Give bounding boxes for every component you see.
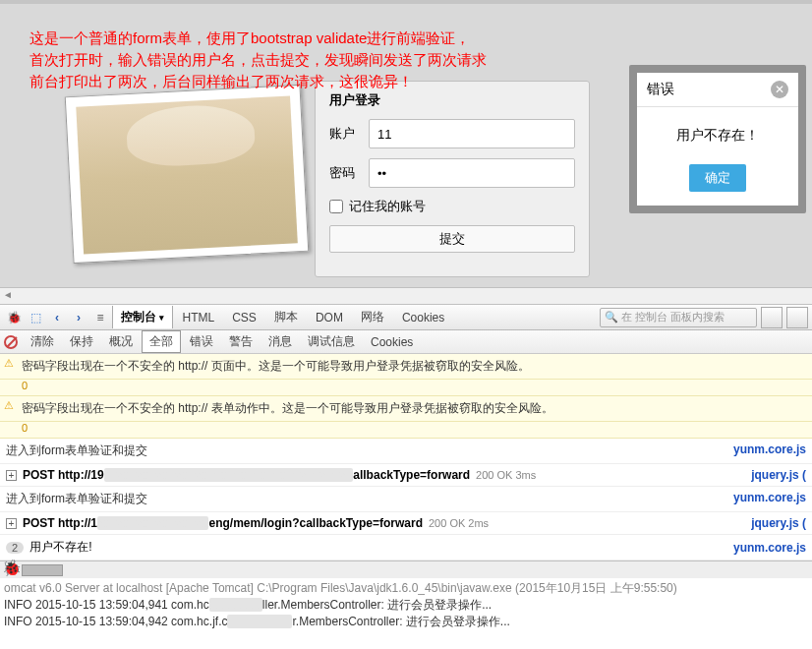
expand-icon[interactable]: + <box>6 470 17 481</box>
filter-warn[interactable]: 警告 <box>222 331 260 352</box>
remember-checkbox[interactable] <box>329 200 343 213</box>
password-label: 密码 <box>329 164 369 182</box>
filter-clear[interactable]: 清除 <box>24 331 61 352</box>
firebug-icon[interactable]: 🐞 <box>4 308 24 327</box>
server-header: omcat v6.0 Server at localhost [Apache T… <box>4 580 808 597</box>
console-log: 进入到form表单验证和提交 yunm.core.js <box>0 487 812 512</box>
server-log-line: INFO 2015-10-15 13:59:04,942 com.hc.jf.c… <box>4 614 808 630</box>
filter-keep[interactable]: 保持 <box>63 331 100 352</box>
filter-all[interactable]: 全部 <box>142 330 181 353</box>
request-status: 200 OK 3ms <box>476 469 536 481</box>
tab-html[interactable]: HTML <box>175 308 223 327</box>
console-warning-count: 0 <box>0 380 812 396</box>
login-form: 用户登录 账户 密码 记住我的账号 提交 <box>315 81 590 277</box>
tab-script[interactable]: 脚本 <box>266 306 306 328</box>
log-source-link[interactable]: yunm.core.js <box>733 491 806 507</box>
annotation-line: 前台打印出了两次，后台同样输出了两次请求，这很诡异！ <box>29 71 487 92</box>
expand-icon[interactable]: + <box>6 518 17 529</box>
console-filter-bar: 清除 保持 概况 全部 错误 警告 消息 调试信息 Cookies <box>0 330 812 354</box>
log-message: 进入到form表单验证和提交 <box>6 491 147 507</box>
account-label: 账户 <box>329 125 369 143</box>
forward-icon[interactable]: › <box>69 308 88 327</box>
clear-icon[interactable] <box>4 335 18 349</box>
tab-cookies[interactable]: Cookies <box>394 308 452 327</box>
inspector-icon[interactable]: ⬚ <box>26 308 45 327</box>
server-log-line: INFO 2015-10-15 13:59:04,941 com.hcxxxxx… <box>4 597 808 614</box>
console-warning: 密码字段出现在一个不安全的 http:// 表单动作中。这是一个可能导致用户登录… <box>0 396 812 422</box>
firebug-icon[interactable]: 🐞 <box>2 559 22 577</box>
devtools-panel: 🐞 ⬚ ‹ › ≡ 控制台 HTML CSS 脚本 DOM 网络 Cookies… <box>0 305 812 560</box>
devtools-toolbar: 🐞 ⬚ ‹ › ≡ 控制台 HTML CSS 脚本 DOM 网络 Cookies… <box>0 305 812 330</box>
console-request: + POST http://1xxxxxxxxxxxxxxxxxeng/mem/… <box>0 512 812 535</box>
filter-cookies[interactable]: Cookies <box>364 333 420 351</box>
account-input[interactable] <box>369 119 575 148</box>
console-output: 密码字段出现在一个不安全的 http:// 页面中。这是一个可能导致用户登录凭据… <box>0 354 812 560</box>
console-grouped-log: 2 用户不存在! yunm.core.js <box>0 535 812 560</box>
dialog-message: 用户不存在！ <box>637 107 798 164</box>
request-source-link[interactable]: jquery.js ( <box>751 516 806 530</box>
filter-error[interactable]: 错误 <box>183 331 220 352</box>
tab-net[interactable]: 网络 <box>353 306 392 328</box>
annotation-line: 这是一个普通的form表单，使用了bootstrap validate进行前端验… <box>29 28 487 49</box>
console-warning: 密码字段出现在一个不安全的 http:// 页面中。这是一个可能导致用户登录凭据… <box>0 354 812 380</box>
horizontal-scrollbar[interactable] <box>0 287 812 305</box>
log-source-link[interactable]: yunm.core.js <box>733 541 806 555</box>
tab-css[interactable]: CSS <box>224 308 264 327</box>
minimize-button[interactable] <box>786 307 808 328</box>
filter-msg[interactable]: 消息 <box>261 331 299 352</box>
request-status: 200 OK 2ms <box>429 517 489 529</box>
password-input[interactable] <box>369 158 575 188</box>
account-row: 账户 <box>329 119 575 148</box>
remember-label: 记住我的账号 <box>349 198 426 215</box>
toggle-icon[interactable]: ≡ <box>90 308 110 327</box>
console-log: 进入到form表单验证和提交 yunm.core.js <box>0 439 812 464</box>
filter-overview[interactable]: 概况 <box>102 331 140 352</box>
close-icon[interactable]: ✕ <box>771 81 788 98</box>
tab-console[interactable]: 控制台 <box>112 306 173 328</box>
password-row: 密码 <box>329 158 575 188</box>
request-url: POST http://19xxxxxxxxxxxxxxxxxxxxxxxxxx… <box>23 468 470 482</box>
page-top: 这是一个普通的form表单，使用了bootstrap validate进行前端验… <box>0 0 812 287</box>
remember-row: 记住我的账号 <box>329 198 575 215</box>
request-source-link[interactable]: jquery.js ( <box>751 468 806 482</box>
decorative-photo <box>65 85 310 264</box>
dropdown-button[interactable] <box>761 307 783 328</box>
console-warning-count: 0 <box>0 422 812 439</box>
log-source-link[interactable]: yunm.core.js <box>733 442 806 459</box>
annotation-line: 首次打开时，输入错误的用户名，点击提交，发现瞬间发送了两次请求 <box>29 49 487 71</box>
dialog-footer: 确定 <box>637 164 798 206</box>
horizontal-scrollbar[interactable]: 🐞 <box>0 560 812 578</box>
annotation-text: 这是一个普通的form表单，使用了bootstrap validate进行前端验… <box>29 28 487 92</box>
server-console: omcat v6.0 Server at localhost [Apache T… <box>0 578 812 632</box>
tab-dom[interactable]: DOM <box>308 308 351 327</box>
error-dialog: 错误 ✕ 用户不存在！ 确定 <box>629 65 806 213</box>
submit-button[interactable]: 提交 <box>329 225 575 253</box>
request-url: POST http://1xxxxxxxxxxxxxxxxxeng/mem/lo… <box>23 516 423 530</box>
dialog-header: 错误 ✕ <box>637 73 798 107</box>
count-badge: 2 <box>6 542 24 554</box>
search-input[interactable]: 🔍在 控制台 面板内搜索 <box>600 308 757 327</box>
filter-debug[interactable]: 调试信息 <box>301 331 362 352</box>
log-message: 进入到form表单验证和提交 <box>6 442 147 459</box>
log-message: 用户不存在! <box>29 539 91 556</box>
search-icon: 🔍 <box>605 311 618 324</box>
form-title: 用户登录 <box>329 91 575 109</box>
console-request: + POST http://19xxxxxxxxxxxxxxxxxxxxxxxx… <box>0 464 812 487</box>
dialog-title: 错误 <box>647 81 674 98</box>
back-icon[interactable]: ‹ <box>47 308 67 327</box>
ok-button[interactable]: 确定 <box>689 164 746 192</box>
